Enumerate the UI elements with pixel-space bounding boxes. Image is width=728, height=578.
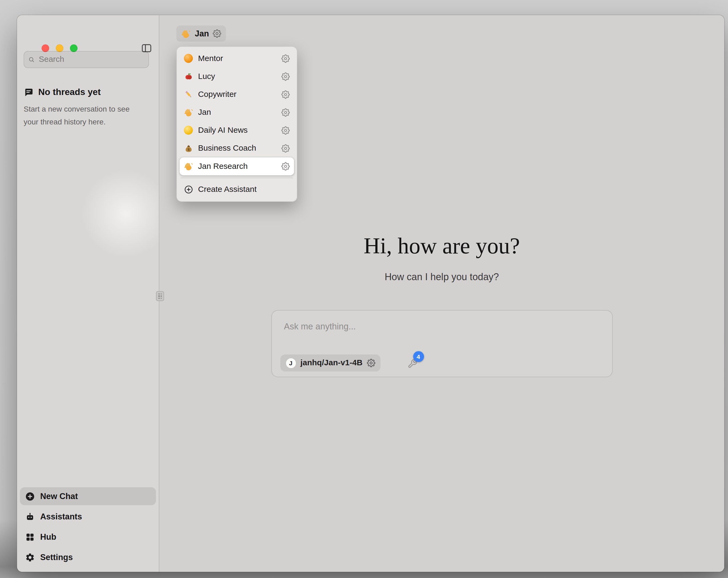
assistant-menu-item-label: Business Coach — [198, 144, 256, 153]
empty-threads-title: No threads yet — [38, 87, 101, 97]
gear-icon[interactable] — [281, 144, 290, 153]
waving-hand-icon — [184, 161, 193, 171]
main-area: Jan Mentor Lucy Copywriter — [159, 15, 724, 572]
empty-threads-subtitle: Start a new conversation to see your thr… — [24, 102, 142, 128]
orange-circle-icon — [184, 54, 193, 63]
gear-icon[interactable] — [367, 359, 375, 368]
create-assistant-button[interactable]: Create Assistant — [180, 181, 294, 199]
chat-composer[interactable]: J janhq/Jan-v1-4B 4 — [271, 310, 613, 377]
assistant-menu-item-label: Jan — [198, 108, 211, 117]
gear-icon[interactable] — [281, 126, 290, 135]
plus-circle-icon — [184, 185, 193, 194]
assistant-menu-item-label: Jan Research — [198, 161, 248, 171]
greeting-title: Hi, how are you? — [159, 232, 724, 258]
empty-threads-state: No threads yet Start a new conversation … — [24, 87, 148, 128]
gear-icon — [25, 552, 35, 562]
gear-icon[interactable] — [281, 54, 290, 63]
assistant-selector-button[interactable]: Jan — [176, 25, 226, 42]
sidebar-resize-handle[interactable] — [156, 291, 164, 301]
waving-hand-icon — [181, 29, 191, 39]
tools-button[interactable]: 4 — [407, 354, 428, 373]
assistant-menu-item-mentor[interactable]: Mentor — [180, 50, 294, 68]
assistant-menu-item-label: Copywriter — [198, 90, 236, 99]
current-assistant-name: Jan — [195, 29, 209, 39]
assistant-menu-item-copywriter[interactable]: Copywriter — [180, 85, 294, 104]
model-selector-button[interactable]: J janhq/Jan-v1-4B — [280, 355, 381, 372]
gear-icon[interactable] — [281, 108, 290, 117]
assistant-menu-item-jan[interactable]: Jan — [180, 104, 294, 122]
greeting-subtitle: How can I help you today? — [159, 271, 724, 282]
red-apple-icon — [184, 72, 193, 81]
menu-separator — [181, 178, 293, 178]
sidebar-item-label: New Chat — [40, 491, 78, 501]
sidebar-item-settings[interactable]: Settings — [20, 548, 156, 566]
yellow-circle-icon — [184, 126, 193, 135]
app-window: No threads yet Start a new conversation … — [17, 15, 724, 572]
gear-icon[interactable] — [213, 29, 221, 38]
model-avatar: J — [285, 357, 296, 369]
gear-icon[interactable] — [281, 90, 290, 99]
gear-icon[interactable] — [281, 162, 290, 171]
chat-bubble-icon — [24, 87, 33, 97]
waving-hand-icon — [184, 108, 193, 117]
tools-count-badge: 4 — [413, 351, 424, 362]
desktop: No threads yet Start a new conversation … — [0, 0, 728, 578]
search-box[interactable] — [24, 51, 149, 68]
assistants-robot-icon — [25, 512, 35, 522]
assistant-menu-item-business-coach[interactable]: Business Coach — [180, 140, 294, 157]
sidebar-item-hub[interactable]: Hub — [20, 528, 156, 546]
sidebar-nav: New Chat Assistants Hub Settings — [20, 485, 156, 566]
gear-icon[interactable] — [281, 72, 290, 81]
model-name: janhq/Jan-v1-4B — [301, 358, 363, 368]
sidebar: No threads yet Start a new conversation … — [17, 15, 159, 572]
chat-input[interactable] — [283, 321, 600, 332]
sidebar-item-label: Hub — [40, 532, 56, 542]
search-input[interactable] — [38, 54, 144, 65]
assistant-dropdown-menu: Mentor Lucy Copywriter Jan — [176, 46, 297, 202]
plus-circle-icon — [25, 491, 35, 501]
hub-grid-icon — [25, 532, 35, 542]
assistant-menu-item-label: Daily AI News — [198, 126, 248, 135]
search-icon — [28, 55, 34, 64]
sidebar-item-label: Settings — [40, 552, 73, 562]
assistant-menu-item-lucy[interactable]: Lucy — [180, 68, 294, 85]
assistant-menu-item-label: Mentor — [198, 54, 223, 63]
assistant-menu-item-daily-ai-news[interactable]: Daily AI News — [180, 122, 294, 140]
create-assistant-label: Create Assistant — [198, 185, 257, 194]
sidebar-item-label: Assistants — [40, 512, 82, 522]
assistant-menu-item-jan-research[interactable]: Jan Research — [180, 157, 294, 175]
money-bag-icon — [184, 144, 193, 153]
sidebar-item-new-chat[interactable]: New Chat — [20, 487, 156, 505]
assistant-menu-item-label: Lucy — [198, 72, 215, 81]
pencil-icon — [184, 90, 193, 99]
sidebar-item-assistants[interactable]: Assistants — [20, 508, 156, 526]
